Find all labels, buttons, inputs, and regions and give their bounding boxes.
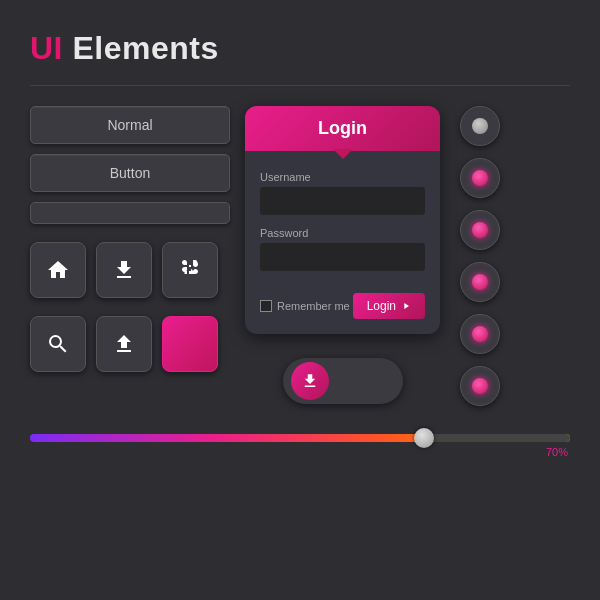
radio-toggle-2[interactable] [460,210,500,250]
login-card: Login Username Password Remember me Logi… [245,106,440,334]
arrow-right-icon [401,301,411,311]
home-button[interactable] [30,242,86,298]
download-toggle-icon [301,372,319,390]
search-button[interactable] [30,316,86,372]
login-title: Login [318,118,367,138]
remember-label: Remember me [277,300,350,312]
search-icon [46,332,70,356]
empty-button [30,202,230,224]
button-button[interactable]: Button [30,154,230,192]
remember-checkbox[interactable] [260,300,272,312]
download-thumb [291,362,329,400]
radio-dot-1 [472,170,488,186]
upload-icon [112,332,136,356]
left-panel: Normal Button [30,106,230,372]
icon-grid-row2 [30,316,230,372]
username-label: Username [260,171,425,183]
download-icon [112,258,136,282]
radio-toggle-3[interactable] [460,262,500,302]
login-body: Username Password [245,151,440,293]
radio-dot-5 [472,378,488,394]
normal-button[interactable]: Normal [30,106,230,144]
download-toggle[interactable] [283,358,403,404]
title-suffix: Elements [63,30,219,66]
page-title: UI Elements [30,30,570,67]
radio-dot-3 [472,274,488,290]
main-row: Normal Button [30,106,570,406]
radio-dot-4 [472,326,488,342]
slider-thumb[interactable] [414,428,434,448]
cmd-icon [178,258,202,282]
form-footer: Remember me Login [245,293,440,319]
slider-percent: 70% [30,446,570,458]
login-submit-button[interactable]: Login [353,293,425,319]
radio-toggle-0[interactable] [460,106,500,146]
radio-toggle-5[interactable] [460,366,500,406]
slider-track-right [424,434,570,442]
cmd-button[interactable] [162,242,218,298]
pink-square-button[interactable] [162,316,218,372]
login-header: Login [245,106,440,151]
radio-dot-0 [472,118,488,134]
home-icon [46,258,70,282]
icon-grid-row1 [30,242,230,298]
divider [30,85,570,86]
remember-me-group: Remember me [260,300,350,312]
username-input[interactable] [260,187,425,215]
center-panel: Login Username Password Remember me Logi… [245,106,440,404]
main-container: UI Elements Normal Button [0,0,600,600]
radio-toggle-1[interactable] [460,158,500,198]
password-label: Password [260,227,425,239]
password-input[interactable] [260,243,425,271]
download-button[interactable] [96,242,152,298]
login-btn-label: Login [367,299,396,313]
bottom-section: 70% [30,434,570,458]
radio-toggle-4[interactable] [460,314,500,354]
title-prefix: UI [30,30,63,66]
upload-button[interactable] [96,316,152,372]
right-panel [455,106,505,406]
radio-dot-2 [472,222,488,238]
slider-track [30,434,570,442]
